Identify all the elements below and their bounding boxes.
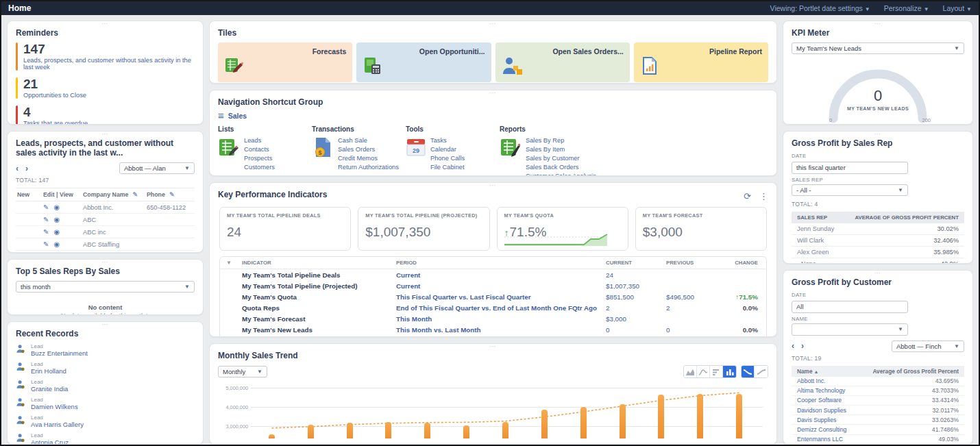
tile-open-opportunities[interactable]: Open Opportuniti... — [356, 42, 491, 82]
recent-record-item[interactable]: LeadErin Holland — [16, 361, 195, 375]
edit-pencil-icon[interactable]: ✎ — [43, 216, 49, 223]
current-cell[interactable]: 0 — [602, 324, 662, 335]
reminder-item[interactable]: 147Leads, prospects, and customer withou… — [16, 42, 195, 71]
record-name-link[interactable]: Granite India — [31, 385, 68, 393]
refresh-icon[interactable]: ⟳ — [744, 191, 751, 201]
previous-cell[interactable]: 0 — [662, 324, 722, 335]
current-cell[interactable]: $3,000 — [602, 313, 662, 324]
company-name-cell[interactable]: ABC — [82, 214, 145, 226]
nav-link[interactable]: Tasks — [430, 136, 465, 145]
pagination-arrows[interactable]: ‹› — [792, 341, 811, 351]
record-name-link[interactable]: Ava Harris Gallery — [31, 421, 84, 428]
date-input[interactable] — [792, 162, 908, 174]
reminder-label[interactable]: Leads, prospects, and customer without s… — [23, 57, 195, 71]
horizontal-bar-chart-icon[interactable] — [710, 366, 723, 377]
nav-link[interactable]: Cash Sale — [338, 136, 399, 145]
period-cell[interactable]: This Month vs. Last Month — [392, 335, 602, 337]
customer-name-cell[interactable]: Cooper Software — [792, 395, 858, 405]
reminder-item[interactable]: 4Tasks that are overdue — [16, 106, 195, 125]
nav-link[interactable]: Leads — [244, 136, 275, 145]
customer-name-cell[interactable]: Entenmanns LLC — [792, 434, 858, 444]
period-filter-select[interactable]: this month▼ — [16, 281, 195, 293]
reminder-item[interactable]: 21Opportunities to Close — [16, 77, 195, 99]
customer-name-cell[interactable]: Demizz Consulting — [792, 425, 858, 434]
recent-record-item[interactable]: LeadAntonia Cruz — [16, 432, 195, 445]
nav-link[interactable]: Sales Orders — [338, 145, 399, 153]
edit-pencil-icon[interactable]: ✎ — [43, 228, 49, 236]
drag-handle-icon[interactable]: ⋯ — [101, 21, 109, 27]
period-cell[interactable]: End of This Fiscal Quarter vs. End of La… — [392, 302, 602, 313]
alpha-range-select[interactable]: Abbott — Finch▼ — [892, 340, 964, 352]
trendline-off-icon[interactable] — [755, 366, 768, 377]
nav-link[interactable]: Calendar — [430, 145, 465, 153]
period-cell[interactable]: This Month — [392, 313, 602, 324]
previous-cell[interactable]: 0 — [662, 335, 722, 337]
previous-cell[interactable] — [662, 280, 722, 291]
shortcut-group-label[interactable]: Sales — [228, 112, 247, 120]
customer-name-cell[interactable]: Falcon Systems — [792, 444, 858, 445]
period-cell[interactable]: This Fiscal Quarter vs. Last Fiscal Quar… — [392, 291, 602, 302]
nav-link[interactable]: Prospects — [244, 154, 275, 162]
customer-name-cell[interactable]: Davidson Supplies — [792, 406, 858, 415]
drag-handle-icon[interactable]: ⋯ — [101, 131, 109, 138]
view-eye-icon[interactable]: ◉ — [53, 216, 60, 223]
drag-handle-icon[interactable]: ⋯ — [101, 321, 109, 328]
recent-record-item[interactable]: LeadDamien Wilkens — [16, 397, 195, 410]
trendline-on-icon[interactable] — [742, 366, 755, 377]
drag-handle-icon[interactable]: ⋯ — [489, 182, 497, 189]
edit-pencil-icon[interactable]: ✎ — [43, 240, 49, 248]
tile-forecasts[interactable]: Forecasts — [218, 42, 352, 82]
sales-rep-cell[interactable]: Will Clark — [792, 234, 842, 246]
recent-record-item[interactable]: LeadAva Harris Gallery — [16, 414, 195, 428]
nav-link[interactable]: Sales by Customer — [526, 154, 596, 162]
edit-pencil-icon[interactable]: ✎ — [43, 203, 49, 211]
drag-handle-icon[interactable]: ⋯ — [874, 270, 882, 277]
sales-rep-cell[interactable]: - None - — [792, 258, 842, 264]
company-name-cell[interactable]: Top House Corp — [82, 251, 145, 253]
nav-link[interactable]: File Cabinet — [430, 163, 465, 171]
customer-name-cell[interactable]: Altima Technology — [792, 386, 858, 395]
frequency-select[interactable]: Monthly▼ — [218, 366, 267, 377]
drag-handle-icon[interactable]: ⋯ — [101, 259, 109, 266]
personalize-menu[interactable]: Personalize▼ — [884, 4, 929, 12]
drag-handle-icon[interactable]: ⋯ — [489, 21, 497, 27]
view-eye-icon[interactable]: ◉ — [53, 203, 60, 211]
record-name-link[interactable]: Antonia Cruz — [31, 438, 69, 445]
drag-handle-icon[interactable]: ⋯ — [489, 90, 497, 97]
record-name-link[interactable]: Erin Holland — [31, 367, 66, 375]
customer-name-select[interactable]: ▼ — [792, 323, 908, 336]
company-name-cell[interactable]: Abbott Inc. — [82, 201, 145, 214]
current-cell[interactable]: $851,500 — [602, 291, 662, 302]
reminder-label[interactable]: Opportunities to Close — [23, 92, 86, 99]
previous-cell[interactable] — [662, 313, 722, 324]
current-cell[interactable]: $1,007,350 — [602, 280, 662, 291]
nav-link[interactable]: Customer Sales Analysis — [526, 172, 596, 176]
alpha-range-select[interactable]: Abbott — Alan▼ — [119, 162, 195, 174]
nav-link[interactable]: Sales By Rep — [526, 136, 596, 145]
view-eye-icon[interactable]: ◉ — [53, 240, 60, 248]
kpi-card-forecast[interactable]: MY TEAM'S FORECAST $3,000 — [635, 207, 767, 251]
nav-link[interactable]: Phone Calls — [430, 154, 465, 162]
nav-link[interactable]: Return Authorizations — [338, 163, 399, 171]
current-cell[interactable]: 24 — [602, 269, 662, 281]
viewing-portlet-date-settings-menu[interactable]: Viewing: Portlet date settings▼ — [770, 4, 870, 12]
kpi-card-quota[interactable]: MY TEAM'S QUOTA ↑71.5% — [497, 207, 628, 251]
expand-caret-icon[interactable]: ▼ — [226, 260, 232, 266]
nav-link[interactable]: Sales Back Orders — [526, 163, 596, 171]
nav-link[interactable]: Sales By Item — [526, 145, 596, 153]
previous-cell[interactable] — [662, 269, 722, 281]
kpi-card-pipeline-deals[interactable]: MY TEAM'S TOTAL PIPELINE DEALS 24 — [219, 207, 351, 251]
tile-pipeline-report[interactable]: Pipeline Report — [634, 42, 768, 82]
date-input[interactable] — [792, 301, 908, 313]
customer-name-cell[interactable]: Abbott Inc. — [792, 377, 858, 386]
drag-handle-icon[interactable]: ⋯ — [874, 131, 882, 138]
company-name-cell[interactable]: ABC Staffing — [82, 238, 145, 251]
record-name-link[interactable]: Buzz Entertainment — [31, 349, 88, 357]
drag-handle-icon[interactable]: ⋯ — [874, 21, 882, 27]
period-cell[interactable]: This Month vs. Last Month — [392, 324, 602, 335]
menu-icon[interactable]: ≡ — [218, 112, 224, 120]
nav-link[interactable]: Customers — [244, 163, 275, 171]
layout-menu[interactable]: Layout▼ — [943, 4, 972, 12]
pagination-arrows[interactable]: ‹› — [16, 164, 35, 173]
sales-rep-cell[interactable]: Alex Green — [792, 246, 842, 258]
